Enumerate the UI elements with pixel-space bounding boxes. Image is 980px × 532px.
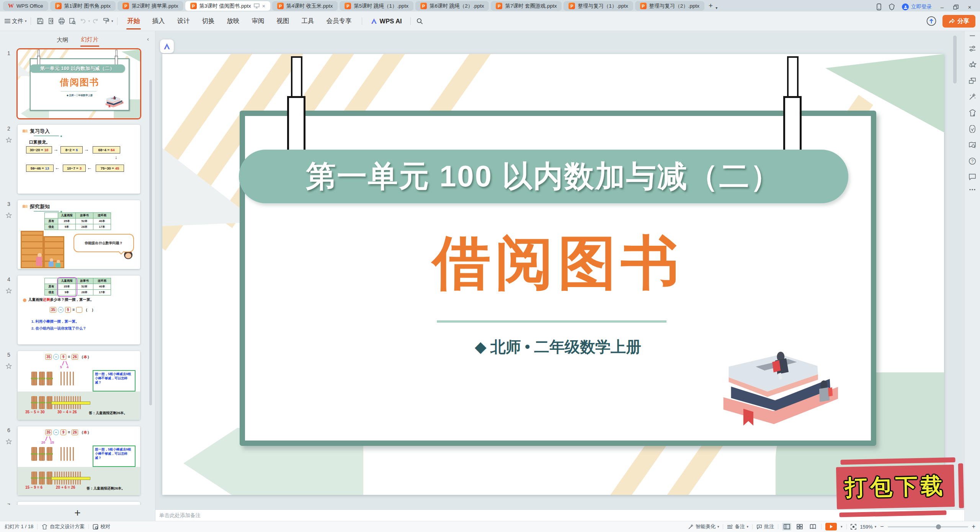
- slide-editor[interactable]: 第一单元 100 以内数加与减（二） 借阅图书 ◆ 北师 • 二年级数学上册: [162, 54, 944, 495]
- math-box: 68−4 =64: [93, 146, 120, 153]
- collapse-panel-icon[interactable]: ‹: [147, 36, 149, 42]
- restore-button[interactable]: [952, 5, 959, 10]
- save-icon[interactable]: [35, 16, 46, 26]
- close-tab-icon[interactable]: ×: [262, 3, 265, 9]
- stick: [70, 372, 71, 385]
- zoom-slider-handle[interactable]: [936, 524, 941, 529]
- format-painter-caret-icon[interactable]: ▾: [111, 19, 113, 23]
- help-icon[interactable]: ?: [969, 157, 976, 165]
- lesson-title[interactable]: 借阅图书: [240, 231, 876, 295]
- material-icon[interactable]: [969, 125, 976, 133]
- smart-beautify-icon[interactable]: [969, 93, 976, 101]
- sidebar-scrollbar[interactable]: [149, 80, 152, 405]
- slide-3-thumbnail[interactable]: 探究新知 儿童画报故事书连环画 原有35本52本40本 借走9本28本17本: [18, 200, 140, 269]
- resource-search-icon[interactable]: [969, 141, 976, 149]
- wps-ai-floating-button[interactable]: [160, 39, 174, 53]
- menu-wps-ai[interactable]: WPS AI: [366, 18, 407, 25]
- menu-transition[interactable]: 切换: [196, 11, 221, 31]
- slide-number: 7: [0, 502, 18, 505]
- clip-icon: [787, 56, 799, 101]
- equation: 35 − 9 = 26 （本）: [45, 429, 91, 435]
- reading-view-button[interactable]: [808, 523, 817, 530]
- work-area: 35 − 5 = 30 30 − 4 = 26 答：儿童画报还剩26本。: [18, 392, 140, 420]
- zoom-slider[interactable]: [888, 526, 968, 527]
- slide-7-thumbnail[interactable]: [18, 502, 140, 505]
- menu-review[interactable]: 审阅: [246, 11, 271, 31]
- play-slideshow-button[interactable]: [825, 523, 837, 530]
- play-options-caret-icon[interactable]: ▾: [841, 525, 843, 529]
- tab-doc-6[interactable]: P第6课时 跳绳（2）.pptx: [415, 1, 489, 11]
- tab-doc-1[interactable]: P第1课时 图书角.pptx: [50, 1, 116, 11]
- object-properties-icon[interactable]: [969, 45, 976, 52]
- search-icon[interactable]: [415, 16, 425, 26]
- comments-button[interactable]: 批注: [756, 523, 774, 530]
- login-entry[interactable]: 立即登录: [902, 3, 932, 10]
- tab-doc-9[interactable]: P整理与复习（2）.pptx: [635, 1, 704, 11]
- menu-member[interactable]: 会员专享: [320, 11, 358, 31]
- wps-logo-icon: W: [8, 3, 14, 9]
- unit-banner[interactable]: 第一单元 100 以内数加与减（二）: [239, 150, 848, 203]
- animation-icon[interactable]: [969, 61, 977, 69]
- normal-view-button[interactable]: [782, 523, 791, 530]
- answer-box: [76, 307, 82, 313]
- slide-6-thumbnail[interactable]: 35 − 9 = 26 （本） 20 15: [18, 426, 140, 495]
- new-tab-button[interactable]: +: [709, 2, 713, 10]
- proofread-button[interactable]: 校对: [93, 523, 110, 530]
- step-text: 2. 在小组内说一说你发现了什么？: [31, 326, 87, 331]
- zoom-out-button[interactable]: −: [880, 523, 884, 530]
- calc-text: 15 − 9 = 6: [25, 485, 42, 490]
- tab-list-caret-icon[interactable]: ▾: [715, 6, 717, 10]
- minimize-button[interactable]: –: [939, 4, 946, 10]
- smart-beautify-button[interactable]: 智能美化▾: [688, 523, 719, 530]
- undo-icon[interactable]: [78, 16, 88, 26]
- format-painter-icon[interactable]: [101, 16, 111, 26]
- fit-screen-icon[interactable]: [851, 524, 856, 530]
- clip-icon: [291, 56, 302, 101]
- tab-doc-7[interactable]: P第7课时 套圈游戏.pptx: [491, 1, 562, 11]
- work-area: 15 − 9 = 6 20 + 6 = 26 答：儿童画报还剩26本。: [18, 467, 140, 495]
- slide-sorter-view-button[interactable]: [795, 523, 804, 530]
- tab-doc-8[interactable]: P整理与复习（1）.pptx: [564, 1, 633, 11]
- tab-outline[interactable]: 大纲: [56, 33, 69, 46]
- tab-doc-2[interactable]: P第2课时 摘苹果.pptx: [118, 1, 183, 11]
- print-icon[interactable]: [56, 16, 67, 26]
- menu-insert[interactable]: 插入: [146, 11, 171, 31]
- add-slide-button[interactable]: +: [0, 507, 155, 519]
- books-illustration: [720, 351, 847, 427]
- share-button[interactable]: 分享: [942, 15, 975, 28]
- zoom-in-button[interactable]: +: [972, 523, 975, 530]
- comment-panel-icon[interactable]: [969, 173, 976, 180]
- animation-star-icon: [6, 439, 12, 444]
- menu-design[interactable]: 设计: [171, 11, 196, 31]
- present-mode-icon[interactable]: [254, 3, 260, 8]
- close-window-button[interactable]: ×: [966, 4, 973, 10]
- slide-2-thumbnail[interactable]: 复习导入 口算接龙。 30−20 =10 → 8−2 =6 → 68−4 =64…: [18, 125, 140, 194]
- menu-view[interactable]: 视图: [271, 11, 296, 31]
- tab-wps-home[interactable]: W WPS Office: [3, 1, 48, 11]
- print-preview-icon[interactable]: [67, 16, 78, 26]
- tab-doc-3-active[interactable]: P 第3课时 借阅图书.pptx ×: [185, 1, 270, 11]
- tab-doc-5[interactable]: P第5课时 跳绳（1）.pptx: [340, 1, 413, 11]
- canvas-scrollbar[interactable]: [953, 36, 957, 83]
- design-skin-icon[interactable]: [969, 109, 977, 117]
- notes-toggle-button[interactable]: 备注▾: [727, 523, 748, 530]
- custom-design-button[interactable]: 自定义设计方案: [41, 523, 85, 530]
- slide-1-thumbnail[interactable]: 第一单元 100 以内数加与减（二） 借阅图书 ◆ 北师 • 二年级数学上册: [18, 49, 140, 118]
- zoom-level[interactable]: 159%▾: [860, 524, 877, 530]
- upload-cloud-icon[interactable]: [926, 16, 936, 26]
- menu-tools[interactable]: 工具: [296, 11, 320, 31]
- slide-5-thumbnail[interactable]: 35 − 9 = 26 （本） 5 4: [18, 351, 140, 420]
- transition-icon[interactable]: [969, 77, 976, 85]
- more-icon[interactable]: [969, 189, 976, 191]
- tab-doc-4[interactable]: P第4课时 收玉米.pptx: [272, 1, 338, 11]
- file-menu[interactable]: 文件▾: [5, 18, 27, 25]
- collapse-handle-icon[interactable]: [969, 35, 975, 36]
- slide-4-thumbnail[interactable]: 儿童画报故事书连环画 原有35本52本40本 借走9本28本17本 儿童画报还剩…: [18, 276, 140, 344]
- menu-slideshow[interactable]: 放映: [221, 11, 246, 31]
- shield-icon[interactable]: [889, 3, 895, 10]
- mobile-icon[interactable]: [876, 3, 882, 10]
- redo-icon[interactable]: [90, 16, 101, 26]
- tab-slides[interactable]: 幻灯片: [80, 33, 99, 47]
- menu-home[interactable]: 开始: [121, 11, 146, 31]
- export-pdf-icon[interactable]: [46, 16, 56, 26]
